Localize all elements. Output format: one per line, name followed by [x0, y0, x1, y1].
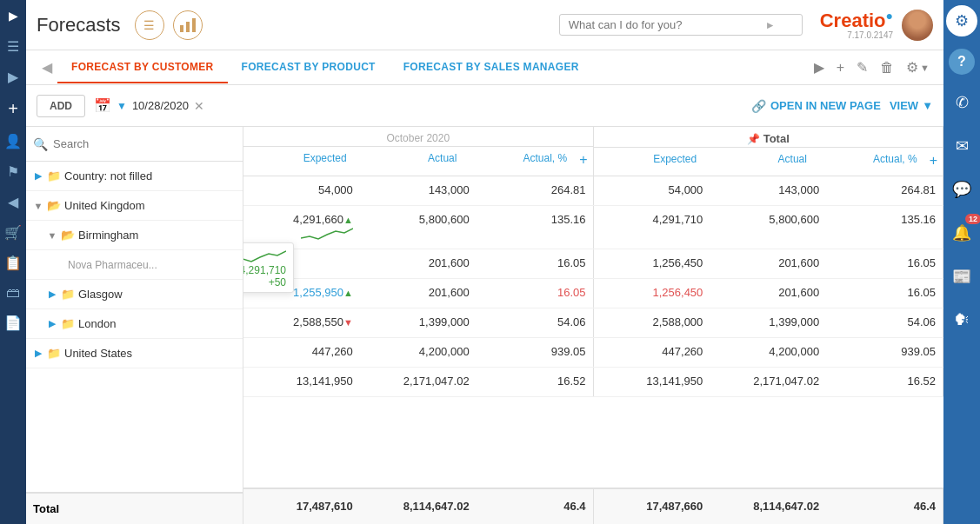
oct-expected-cell: 13,141,950: [243, 368, 360, 396]
header: Forecasts ☰ ► Creatio● 7.17.0.2147: [26, 0, 943, 50]
date-dropdown-btn[interactable]: ▼: [117, 100, 127, 112]
total-expected-cell: 54,000: [594, 176, 710, 205]
expand-icon[interactable]: ▶: [33, 348, 43, 359]
nav-menu-icon[interactable]: ☰: [7, 38, 19, 55]
tab-delete-btn[interactable]: 🗑: [877, 58, 897, 77]
row-london[interactable]: ▶ 📁 London: [26, 309, 243, 339]
total-section-header: 📌 Total Expected Actual Actual, % +: [594, 127, 944, 176]
nav-document-icon[interactable]: 📋: [4, 255, 22, 271]
data-row-london: 447,260 4,200,000 939.05 447,260 4,200,0…: [243, 338, 943, 368]
nav-filter-icon[interactable]: ◀: [8, 194, 18, 210]
help-btn[interactable]: ?: [949, 49, 975, 75]
date-clear-btn[interactable]: ✕: [194, 99, 204, 113]
search-arrow-icon: ►: [765, 19, 776, 31]
row-label: Nova Pharmaceu...: [68, 259, 236, 271]
nav-play-icon[interactable]: ▶: [8, 69, 18, 85]
open-new-page-btn[interactable]: 🔗 OPEN IN NEW PAGE: [751, 99, 881, 113]
total-total-actual: 8,114,647.02: [710, 489, 826, 524]
row-label: Glasgow: [78, 288, 236, 301]
add-button[interactable]: ADD: [37, 95, 85, 117]
oct-section: 2,588,550▼ 1,399,000 54.06: [243, 308, 594, 337]
expand-icon[interactable]: ▶: [47, 318, 57, 329]
total-section-title: 📌 Total: [594, 127, 943, 148]
oct-actual-pct-cell: 16.05: [477, 249, 593, 278]
chat-icon-btn[interactable]: 💬: [946, 174, 977, 205]
total-actual-cell: 2,171,047.02: [710, 368, 826, 396]
external-link-icon: 🔗: [751, 99, 766, 113]
row-united-states[interactable]: ▶ 📁 United States: [26, 339, 243, 368]
oct-total-section: 17,487,610 8,114,647.02 46.4: [243, 489, 594, 524]
total-actual-cell: 1,399,000: [710, 308, 826, 337]
tab-nav-forward-btn[interactable]: ▶: [810, 57, 828, 77]
nav-database-icon[interactable]: 🗃: [6, 285, 20, 301]
folder-open-icon: 📂: [61, 229, 75, 242]
phone-icon-btn[interactable]: ✆: [946, 87, 977, 118]
notification-icon-btn[interactable]: 🔔 12: [946, 217, 977, 249]
oct-actual-header: Actual: [354, 150, 464, 169]
oct-actual-pct-header: Actual, %: [463, 150, 574, 169]
nav-add-icon[interactable]: +: [8, 99, 18, 119]
total-actual-cell: 201,600: [710, 279, 826, 308]
row-label: United Kingdom: [64, 199, 236, 212]
tab-nav-back-btn[interactable]: ◀: [37, 59, 57, 76]
expand-icon[interactable]: ▼: [47, 230, 57, 241]
list-view-btn[interactable]: ☰: [135, 10, 164, 40]
tab-forecast-by-product[interactable]: FORECAST BY PRODUCT: [228, 52, 390, 83]
total-total-actual-pct: 46.4: [826, 489, 943, 524]
toolbar: ADD 📅 ▼ 10/28/2020 ✕ 🔗 OPEN IN NEW PAGE …: [26, 85, 943, 127]
row-birmingham[interactable]: ▼ 📂 Birmingham: [26, 221, 243, 250]
add-oct-col-btn[interactable]: +: [574, 150, 592, 169]
view-btn[interactable]: VIEW ▼: [890, 99, 933, 112]
total-actual-cell: 5,800,600: [710, 206, 826, 249]
total-actual-pct-cell: 16.05: [826, 279, 943, 308]
total-section: 4,291,710 5,800,600 135.16: [594, 206, 944, 249]
global-search-bar[interactable]: ►: [559, 14, 803, 36]
add-total-col-btn[interactable]: +: [924, 151, 943, 170]
feed-icon-btn[interactable]: 📰: [946, 261, 977, 292]
expand-icon[interactable]: ▶: [33, 170, 43, 182]
oct-actual-cell: 201,600: [360, 249, 477, 278]
global-search-input[interactable]: [569, 18, 760, 31]
tree-search-input[interactable]: [53, 137, 236, 150]
row-label: London: [78, 317, 236, 330]
expand-icon[interactable]: ▶: [47, 289, 57, 300]
tab-edit-btn[interactable]: ✎: [853, 57, 871, 77]
expand-icon[interactable]: ▼: [33, 201, 43, 211]
total-actual-pct-cell: 16.52: [826, 368, 943, 396]
nav-user-icon[interactable]: 👤: [4, 133, 22, 149]
search-icon: 🔍: [33, 137, 48, 151]
oct-section: 447,260 4,200,000 939.05: [243, 338, 594, 367]
total-actual-pct-cell: 939.05: [826, 338, 943, 367]
nav-cart-icon[interactable]: 🛒: [4, 224, 22, 241]
oct-actual-cell: 2,171,047.02: [360, 368, 477, 396]
user-avatar[interactable]: [902, 10, 933, 41]
email-icon-btn[interactable]: ✉: [946, 130, 977, 162]
row-glasgow[interactable]: ▶ 📁 Glasgow: [26, 280, 243, 309]
total-actual-cell: 143,000: [710, 176, 826, 205]
oct-expected-cell: 54,000: [243, 176, 360, 205]
oct-expected-header: Expected: [243, 150, 354, 169]
total-section: 2,588,000 1,399,000 54.06: [594, 308, 944, 337]
row-united-kingdom[interactable]: ▼ 📂 United Kingdom: [26, 191, 243, 221]
row-nova-pharma[interactable]: Nova Pharmaceu...: [26, 250, 243, 280]
total-actual-pct-cell: 135.16: [826, 206, 943, 249]
nav-list-icon[interactable]: 📄: [4, 315, 22, 331]
settings-gear-btn[interactable]: ⚙: [946, 5, 977, 36]
oct-expected-cell: 447,260: [243, 338, 360, 367]
oct-actual-pct-cell: 54.06: [477, 308, 593, 337]
row-country-not-filled[interactable]: ▶ 📁 Country: not filled: [26, 162, 243, 191]
data-panel: October 2020 Expected Actual Actual, % +…: [243, 127, 943, 524]
total-row-label: Total: [26, 492, 243, 524]
message-icon-btn[interactable]: 🗣: [946, 304, 977, 335]
calendar-icon: 📅: [94, 97, 111, 114]
nav-flag-icon[interactable]: ⚑: [7, 163, 19, 180]
chart-view-btn[interactable]: [173, 10, 203, 40]
tab-add-btn[interactable]: +: [833, 58, 848, 77]
tab-forecast-by-sales-manager[interactable]: FORECAST BY SALES MANAGER: [390, 52, 593, 83]
date-value: 10/28/2020: [132, 99, 189, 112]
creatio-logo: Creatio● 7.17.0.2147: [820, 10, 893, 40]
nav-expand-btn[interactable]: ▶: [7, 7, 20, 24]
tab-settings-btn[interactable]: ⚙▼: [903, 57, 933, 77]
total-total-expected: 17,487,660: [594, 489, 710, 524]
tab-forecast-by-customer[interactable]: FORECAST BY CUSTOMER: [57, 52, 228, 83]
